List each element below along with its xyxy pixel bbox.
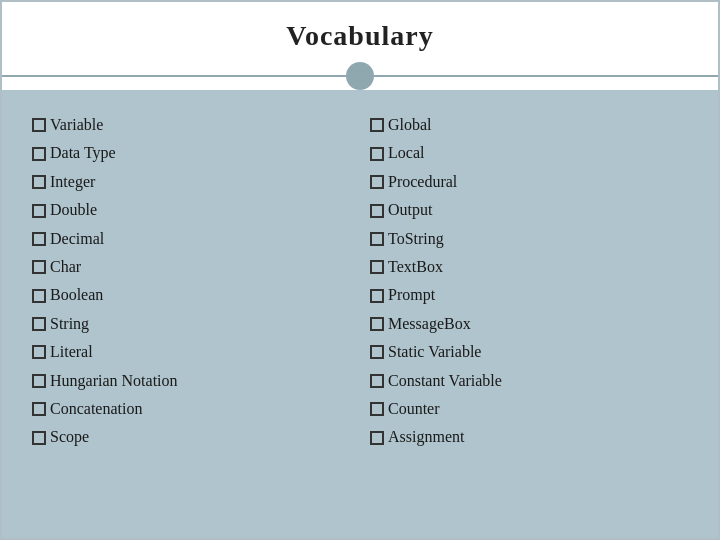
divider-circle — [346, 62, 374, 90]
list-item: Counter — [370, 396, 688, 422]
slide: Vocabulary VariableData TypeIntegerDoubl… — [0, 0, 720, 540]
list-item: Literal — [32, 339, 350, 365]
list-item: Concatenation — [32, 396, 350, 422]
divider-line-left — [2, 75, 346, 77]
list-item: TextBox — [370, 254, 688, 280]
list-item: Output — [370, 197, 688, 223]
content-area: VariableData TypeIntegerDoubleDecimalCha… — [2, 90, 718, 538]
list-item: Integer — [32, 169, 350, 195]
list-item: Global — [370, 112, 688, 138]
list-item: Assignment — [370, 424, 688, 450]
list-item: Static Variable — [370, 339, 688, 365]
divider-line-right — [374, 75, 718, 77]
list-item: Scope — [32, 424, 350, 450]
slide-title: Vocabulary — [2, 20, 718, 52]
list-item: Data Type — [32, 140, 350, 166]
list-item: Procedural — [370, 169, 688, 195]
list-item: Boolean — [32, 282, 350, 308]
list-item: ToString — [370, 226, 688, 252]
list-item: Double — [32, 197, 350, 223]
list-item: MessageBox — [370, 311, 688, 337]
list-item: Char — [32, 254, 350, 280]
list-item: Decimal — [32, 226, 350, 252]
list-item: Variable — [32, 112, 350, 138]
header: Vocabulary — [2, 2, 718, 62]
divider — [2, 62, 718, 90]
list-item: Constant Variable — [370, 368, 688, 394]
left-column: VariableData TypeIntegerDoubleDecimalCha… — [32, 112, 350, 520]
list-item: String — [32, 311, 350, 337]
list-item: Local — [370, 140, 688, 166]
list-item: Hungarian Notation — [32, 368, 350, 394]
right-column: GlobalLocalProceduralOutputToStringTextB… — [370, 112, 688, 520]
list-item: Prompt — [370, 282, 688, 308]
